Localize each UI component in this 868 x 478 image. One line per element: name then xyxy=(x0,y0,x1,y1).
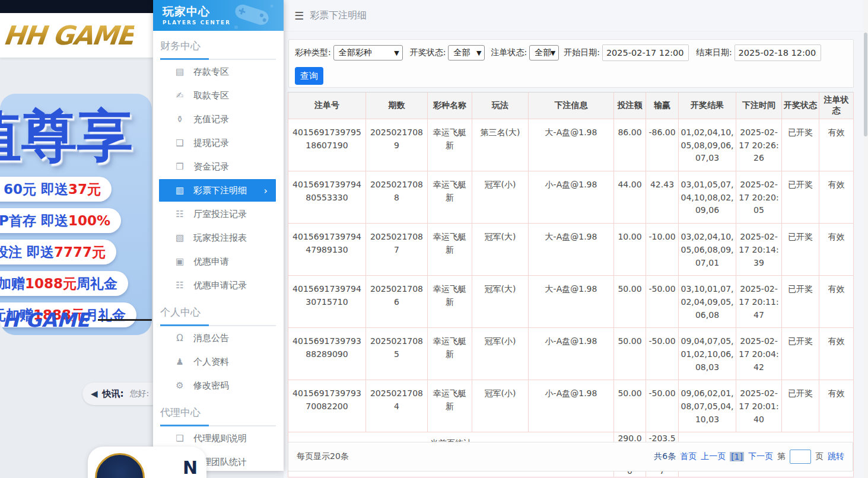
table-cell: 2025-02-17 20:01:40 xyxy=(736,380,782,432)
table-cell: 20250217088 xyxy=(366,171,428,224)
promo-pill-segment: 100% xyxy=(68,213,110,228)
table-cell: 有效 xyxy=(819,224,854,276)
pagination-controls: 共6条 首页 上一页 [1] 下一页 第 页 跳转 xyxy=(650,450,844,464)
sidebar-group-title: 个人中心 xyxy=(160,305,284,319)
current-page-badge: [1] xyxy=(730,452,744,461)
table-row: 40156917397948055333020250217088幸运飞艇新冠军(… xyxy=(288,171,854,224)
table-cell: -50.00 xyxy=(646,276,679,328)
table-cell: 2025-02-17 20:14:39 xyxy=(736,224,782,276)
bet-records-table: 注单号期数彩种名称玩法下注信息投注额输赢开奖结果下注时间开奖状态注单状态 401… xyxy=(288,92,854,477)
content-topbar: ☰ 彩票下注明细 xyxy=(284,0,868,31)
sidebar-item-funds-record-wallet[interactable]: ❒资金记录 xyxy=(153,155,284,179)
menu-icon[interactable]: ☰ xyxy=(294,9,304,22)
table-cell: 20250217089 xyxy=(366,119,428,171)
promo-pill: 60元 即送37元 xyxy=(0,177,112,202)
window-scrollbar xyxy=(863,0,868,478)
scrollbar-thumb[interactable] xyxy=(864,33,867,136)
table-row: 40156917397951860719020250217089幸运飞艇新第三名… xyxy=(288,119,854,171)
jump-link[interactable]: 跳转 xyxy=(828,451,844,462)
table-cell: 大-A盘@1.98 xyxy=(529,119,614,171)
table-row: 40156917397937008220020250217084幸运飞艇新冠军(… xyxy=(288,380,854,432)
page-title: 彩票下注明细 xyxy=(310,9,367,22)
table-row: 40156917397944798913020250217087幸运飞艇新冠军(… xyxy=(288,224,854,276)
sidebar-item-lottery-bet-detail-ledger[interactable]: ▥彩票下注明细› xyxy=(159,179,276,202)
table-cell: 44.00 xyxy=(614,171,646,224)
background-top-strip xyxy=(0,0,153,13)
table-cell: 2025-02-17 20:26:26 xyxy=(736,119,782,171)
profile-person-icon: ♟ xyxy=(174,356,185,367)
brand-letter: N xyxy=(183,457,198,478)
promo-pill: 加赠1088元周礼金 xyxy=(0,271,128,296)
column-header: 玩法 xyxy=(472,93,529,119)
lottery-type-select[interactable]: 全部彩种 ▼ xyxy=(333,45,403,60)
sidebar-item-change-password-gear[interactable]: ⚙修改密码 xyxy=(153,374,284,397)
table-cell: 42.43 xyxy=(646,171,679,224)
query-button[interactable]: 查询 xyxy=(295,67,323,85)
end-date-label: 结束日期: xyxy=(696,47,732,58)
sidebar-item-hall-bet-record-list[interactable]: ☷厅室投注记录 xyxy=(153,202,284,226)
prev-page-link[interactable]: 上一页 xyxy=(701,451,726,462)
next-page-link[interactable]: 下一页 xyxy=(748,451,773,462)
chevron-down-icon: ▼ xyxy=(394,49,399,57)
sidebar-item-recharge-moneybag[interactable]: ⚱充值记录 xyxy=(153,107,284,131)
sidebar-item-label: 优惠申请 xyxy=(193,256,229,267)
sidebar-item-label: 代理规则说明 xyxy=(193,433,247,444)
page-jump-input[interactable] xyxy=(790,450,811,464)
sidebar-menu: 财务中心▤存款专区✍取款专区⚱充值记录❑提现记录❒资金记录▥彩票下注明细›☷厅室… xyxy=(153,39,284,471)
sidebar-item-player-bet-report-chart[interactable]: ▧玩家投注报表 xyxy=(153,226,284,250)
order-status-select[interactable]: 全部 ▼ xyxy=(529,45,559,60)
first-page-link[interactable]: 首页 xyxy=(680,451,697,462)
table-cell: 冠军(大) xyxy=(472,276,529,328)
table-cell: 20250217085 xyxy=(366,328,428,380)
table-cell: 401569173979430715710 xyxy=(288,276,366,328)
total-count: 共6条 xyxy=(654,451,676,462)
sidebar-item-label: 优惠申请记录 xyxy=(193,280,247,291)
sidebar-item-profile-person[interactable]: ♟个人资料 xyxy=(153,350,284,374)
column-header: 下注时间 xyxy=(736,93,782,119)
sidebar-item-label: 充值记录 xyxy=(193,114,229,125)
brand-medal-icon[interactable]: ♞ xyxy=(95,453,145,478)
table-cell: 大-A盘@1.98 xyxy=(529,224,614,276)
player-bet-report-chart-icon: ▧ xyxy=(174,232,185,243)
table-cell: 有效 xyxy=(819,276,854,328)
promo-footer: H GAME xyxy=(2,308,152,332)
promo-pill: 投注 即送7777元 xyxy=(0,240,116,265)
column-header: 投注额 xyxy=(614,93,646,119)
draw-status-select[interactable]: 全部 ▼ xyxy=(448,45,485,60)
sidebar-item-withdrawal-record-wallet[interactable]: ❑提现记录 xyxy=(153,131,284,155)
filter-panel: 彩种类型: 全部彩种 ▼ 开奖状态: 全部 ▼ 注单状态: 全部 ▼ 开始日期:… xyxy=(288,39,854,88)
start-date-label: 开始日期: xyxy=(564,47,600,58)
table-cell: 幸运飞艇新 xyxy=(428,328,472,380)
table-cell: 小-A盘@1.98 xyxy=(529,171,614,224)
promo-brand-text: H GAME xyxy=(2,308,90,332)
players-center-sidebar: 玩家中心 PLAYERS CENTER 财务中心▤存款专区✍取款专区⚱充值记录❑… xyxy=(153,0,284,471)
chevron-down-icon: ▼ xyxy=(476,49,481,57)
sidebar-item-promo-apply-ticket[interactable]: ▣优惠申请 xyxy=(153,250,284,273)
sidebar-item-withdraw-hand[interactable]: ✍取款专区 xyxy=(153,84,284,107)
table-cell: 09,04,07,05,01,02,10,06,08,03 xyxy=(679,328,736,380)
column-header: 彩种名称 xyxy=(428,93,472,119)
table-cell: 有效 xyxy=(819,171,854,224)
end-date-input[interactable] xyxy=(735,44,821,61)
start-date-input[interactable] xyxy=(602,44,689,61)
table-cell: 50.00 xyxy=(614,380,646,432)
floating-logo-card[interactable]: ♞ N xyxy=(88,447,206,478)
table-cell: 幸运飞艇新 xyxy=(428,276,472,328)
ticker-label: 快讯: xyxy=(103,388,124,400)
promo-dash-line xyxy=(98,319,152,321)
sidebar-item-message-bell[interactable]: Ω消息公告 xyxy=(153,326,284,350)
sidebar-item-promo-apply-record-list[interactable]: ☷优惠申请记录 xyxy=(153,273,284,297)
sidebar-item-label: 取款专区 xyxy=(193,90,229,101)
column-header: 开奖结果 xyxy=(679,93,736,119)
deposit-card-icon: ▤ xyxy=(174,66,185,77)
promo-pill-segment: 37元 xyxy=(68,180,101,199)
sidebar-item-label: 消息公告 xyxy=(193,333,229,344)
agent-rules-document-icon: ❏ xyxy=(174,433,185,444)
sidebar-item-deposit-card[interactable]: ▤存款专区 xyxy=(153,60,284,84)
table-cell: 401569173979388289090 xyxy=(288,328,366,380)
draw-status-label: 开奖状态: xyxy=(410,47,446,58)
sidebar-item-label: 修改密码 xyxy=(193,380,229,391)
table-cell: 401569173979518607190 xyxy=(288,119,366,171)
promo-pill-segment: 1088元 xyxy=(25,275,77,293)
promo-pill-segment: 周礼金 xyxy=(77,275,117,293)
